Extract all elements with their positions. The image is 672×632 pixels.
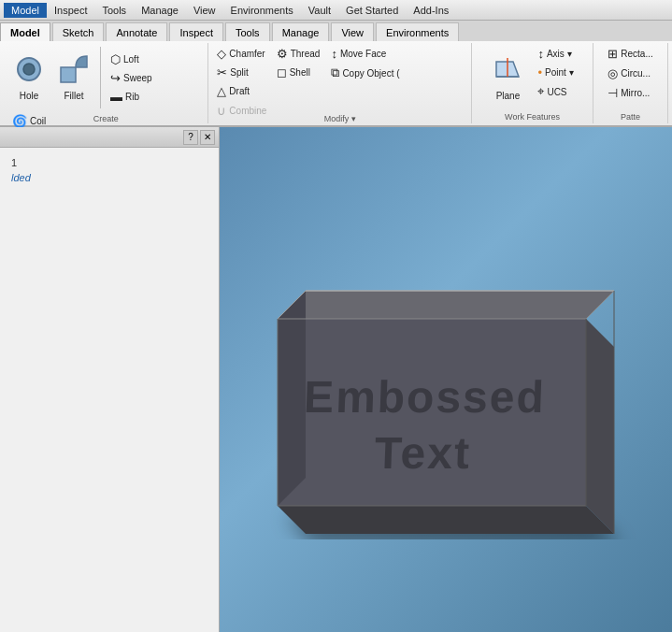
modify-group-label: Modify ▾	[324, 112, 356, 123]
tab-manage[interactable]: Manage	[272, 22, 330, 41]
axis-icon: ↕	[537, 47, 544, 61]
work-features-group-label: Work Features	[505, 110, 560, 122]
viewport[interactable]: Embossed Text	[220, 127, 672, 632]
combine-button: ∪ Combine	[212, 102, 291, 120]
tab-sketch[interactable]: Sketch	[52, 22, 105, 41]
left-panel-header: ? ✕	[0, 127, 219, 148]
hole-button[interactable]: Hole	[7, 45, 50, 110]
menu-tools[interactable]: Tools	[94, 3, 134, 18]
coil-icon: 🌀	[12, 114, 27, 128]
split-button[interactable]: ✂ Split	[212, 64, 269, 81]
axis-label: Axis ▾	[547, 49, 572, 59]
fillet-icon	[59, 54, 89, 91]
ribbon-content: Hole Fillet ⬡ Loft ↪	[0, 41, 672, 125]
move-face-icon: ↕	[331, 47, 337, 61]
ribbon-group-work-features: Plane ↕ Axis ▾ • Point ▾ ⌖ UC	[472, 43, 593, 123]
work-features-col: ↕ Axis ▾ • Point ▾ ⌖ UCS	[533, 45, 578, 101]
point-icon: •	[537, 65, 542, 79]
ribbon-group-pattern: ⊞ Recta... ◎ Circu... ⊣ Mirro... Patte	[593, 43, 668, 123]
help-icon: ?	[188, 132, 193, 142]
combine-label: Combine	[229, 106, 266, 116]
circular-icon: ◎	[608, 66, 618, 80]
thread-button[interactable]: ⚙ Thread	[272, 45, 325, 63]
viewport-3d: Embossed Text	[220, 127, 672, 632]
tree-item-1[interactable]: 1	[7, 155, 211, 170]
ucs-button[interactable]: ⌖ UCS	[533, 82, 578, 101]
circular-label: Circu...	[621, 68, 651, 79]
rib-label: Rib	[125, 92, 139, 102]
panel-help-button[interactable]: ?	[183, 130, 198, 145]
menu-view[interactable]: View	[186, 3, 223, 18]
shell-button[interactable]: ◻ Shell	[272, 64, 325, 81]
shell-label: Shell	[290, 67, 310, 78]
menu-manage[interactable]: Manage	[134, 3, 186, 18]
plane-button[interactable]: Plane	[486, 45, 529, 110]
split-icon: ✂	[217, 65, 227, 79]
coil-label: Coil	[30, 116, 46, 126]
rectangular-icon: ⊞	[608, 47, 618, 61]
menu-environments[interactable]: Environments	[223, 3, 301, 18]
ribbon: Model Sketch Annotate Inspect Tools Mana…	[0, 21, 672, 127]
svg-rect-2	[61, 67, 76, 82]
chamfer-button[interactable]: ◇ Chamfer	[212, 45, 269, 63]
create-group-label: Create	[93, 112, 119, 123]
plane-label: Plane	[496, 91, 521, 101]
ribbon-tabs: Model Sketch Annotate Inspect Tools Mana…	[0, 21, 672, 41]
menu-bar: Model Inspect Tools Manage View Environm…	[0, 0, 672, 21]
embossed-text-label: Embossed	[303, 372, 547, 422]
axis-button[interactable]: ↕ Axis ▾	[533, 45, 578, 63]
hole-label: Hole	[20, 91, 39, 101]
pattern-group-label: Patte	[621, 110, 640, 122]
move-face-label: Move Face	[340, 49, 386, 59]
rectangular-button[interactable]: ⊞ Recta...	[603, 45, 657, 63]
ucs-icon: ⌖	[537, 84, 544, 99]
menu-model[interactable]: Model	[4, 3, 47, 18]
tab-annotate[interactable]: Annotate	[106, 22, 167, 41]
create-col1: ⬡ Loft ↪ Sweep ▬ Rib	[106, 50, 157, 106]
menu-inspect[interactable]: Inspect	[47, 3, 94, 18]
draft-button[interactable]: △ Draft	[212, 82, 269, 100]
shell-icon: ◻	[277, 65, 287, 79]
menu-get-started[interactable]: Get Started	[338, 3, 406, 18]
point-button[interactable]: • Point ▾	[533, 64, 578, 81]
sweep-icon: ↪	[110, 71, 121, 85]
ribbon-group-modify: ◇ Chamfer ✂ Split △ Draft ⚙	[208, 43, 472, 123]
copy-object-button[interactable]: ⧉ Copy Object (	[326, 64, 404, 82]
tree-item-2[interactable]: lded	[7, 170, 211, 185]
move-face-button[interactable]: ↕ Move Face	[326, 45, 404, 63]
tab-environments[interactable]: Environments	[376, 22, 459, 41]
draft-label: Draft	[229, 86, 250, 96]
loft-button[interactable]: ⬡ Loft	[106, 50, 157, 68]
loft-label: Loft	[123, 54, 139, 65]
modify-col1: ◇ Chamfer ✂ Split △ Draft	[212, 45, 269, 100]
loft-icon: ⬡	[110, 52, 121, 66]
rib-button[interactable]: ▬ Rib	[106, 88, 157, 106]
copy-object-label: Copy Object (	[342, 68, 399, 79]
tab-view[interactable]: View	[331, 22, 374, 41]
svg-point-1	[23, 64, 35, 75]
menu-add-ins[interactable]: Add-Ins	[406, 3, 456, 18]
thread-icon: ⚙	[277, 47, 288, 61]
svg-marker-7	[586, 319, 614, 534]
tab-tools[interactable]: Tools	[225, 22, 270, 41]
ucs-label: UCS	[547, 87, 566, 97]
tab-inspect[interactable]: Inspect	[169, 22, 222, 41]
tab-model[interactable]: Model	[0, 22, 50, 41]
rib-icon: ▬	[110, 90, 122, 104]
copy-object-icon: ⧉	[331, 65, 339, 80]
fillet-button[interactable]: Fillet	[52, 45, 95, 110]
sweep-button[interactable]: ↪ Sweep	[106, 69, 157, 87]
split-label: Split	[230, 67, 248, 78]
modify-col3: ↕ Move Face ⧉ Copy Object (	[326, 45, 404, 82]
point-label: Point ▾	[545, 67, 574, 78]
plane-icon	[493, 54, 522, 91]
left-panel: ? ✕ 1 lded	[0, 127, 220, 632]
close-icon: ✕	[204, 132, 211, 142]
panel-close-button[interactable]: ✕	[200, 130, 215, 145]
mirror-label: Mirro...	[621, 88, 650, 98]
fillet-label: Fillet	[64, 91, 83, 101]
menu-vault[interactable]: Vault	[301, 3, 338, 18]
mirror-button[interactable]: ⊣ Mirro...	[603, 84, 654, 102]
circular-button[interactable]: ◎ Circu...	[603, 65, 655, 82]
mirror-icon: ⊣	[608, 86, 618, 100]
